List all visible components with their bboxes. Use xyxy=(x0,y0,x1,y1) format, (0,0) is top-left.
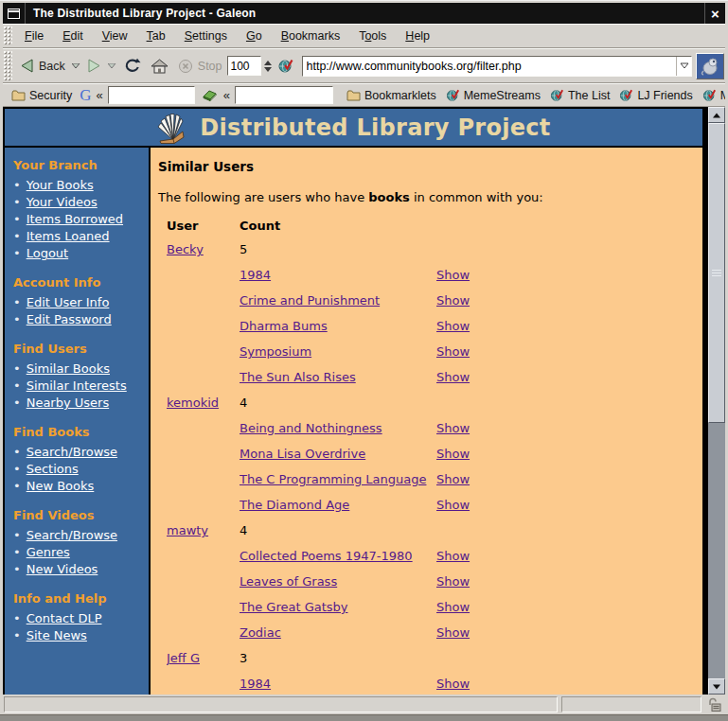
sidebar-nav: Your Branch•Your Books•Your Videos•Items… xyxy=(5,148,149,695)
close-icon[interactable]: × xyxy=(704,3,725,24)
bullet-icon: • xyxy=(13,561,21,578)
back-history-dropdown-icon[interactable] xyxy=(72,63,80,69)
show-link[interactable]: Show xyxy=(436,421,470,435)
scrollbar-track[interactable] xyxy=(708,123,725,678)
google-smart-bookmark-icon[interactable]: G xyxy=(77,86,94,105)
user-link-jeff-g[interactable]: Jeff G xyxy=(167,651,200,665)
sidebar-link-new-books[interactable]: New Books xyxy=(27,478,95,495)
menu-go[interactable]: Go xyxy=(237,26,272,46)
sidebar-link-genres[interactable]: Genres xyxy=(27,544,70,561)
sidebar-link-items-loaned[interactable]: Items Loaned xyxy=(27,228,110,245)
show-link[interactable]: Show xyxy=(436,498,470,512)
main-toolbar: Back xyxy=(3,48,725,83)
menu-tab[interactable]: Tab xyxy=(137,26,175,46)
book-link-collected-poems-1947-1980[interactable]: Collected Poems 1947-1980 xyxy=(240,549,413,563)
page-favicon-icon[interactable] xyxy=(278,59,293,74)
sidebar-link-site-news[interactable]: Site News xyxy=(27,627,87,644)
sidebar-link-similar-interests[interactable]: Similar Interests xyxy=(27,378,127,395)
menu-settings[interactable]: Settings xyxy=(175,26,237,46)
zoom-spinner[interactable] xyxy=(263,60,274,73)
show-link[interactable]: Show xyxy=(436,625,470,640)
toolbar-grip-handle[interactable] xyxy=(4,51,12,80)
book-link-leaves-of-grass[interactable]: Leaves of Grass xyxy=(240,574,337,589)
show-link[interactable]: Show xyxy=(436,677,470,691)
book-link-crime-and-punishment[interactable]: Crime and Punishment xyxy=(240,293,380,308)
back-button[interactable]: Back xyxy=(15,56,70,76)
reload-button[interactable] xyxy=(118,55,146,77)
book-link-the-diamond-age[interactable]: The Diamond Age xyxy=(240,498,349,512)
menubar-grip-handle[interactable] xyxy=(4,26,12,45)
menu-file[interactable]: File xyxy=(15,26,53,46)
sidebar-section-find-videos: Find Videos•Search/Browse•Genres•New Vid… xyxy=(13,508,145,578)
bookmark-mysq[interactable]: MySQ xyxy=(698,89,725,102)
sidebar-link-edit-user-info[interactable]: Edit User Info xyxy=(27,294,110,311)
forward-button[interactable] xyxy=(82,56,106,76)
google-search-input[interactable] xyxy=(108,86,195,104)
sidebar-link-contact-dlp[interactable]: Contact DLP xyxy=(27,610,102,627)
show-link[interactable]: Show xyxy=(436,344,470,359)
menu-help[interactable]: Help xyxy=(396,26,439,46)
show-link[interactable]: Show xyxy=(436,549,470,563)
sidebar-link-items-borrowed[interactable]: Items Borrowed xyxy=(27,211,123,228)
window-title: The Distributed Library Project - Galeon xyxy=(26,7,704,20)
home-button[interactable] xyxy=(146,56,173,77)
sidebar-link-logout[interactable]: Logout xyxy=(27,245,69,262)
show-link[interactable]: Show xyxy=(436,574,470,589)
sidebar-link-search-browse[interactable]: Search/Browse xyxy=(27,527,117,544)
show-link[interactable]: Show xyxy=(436,268,470,282)
book-link-dharma-bums[interactable]: Dharma Bums xyxy=(240,319,328,333)
menu-bookmarks[interactable]: Bookmarks xyxy=(272,26,350,46)
vertical-scrollbar[interactable] xyxy=(708,107,725,695)
book-link-being-and-nothingness[interactable]: Being and Nothingness xyxy=(240,421,382,435)
book-link-the-c-programming-language[interactable]: The C Programming Language xyxy=(240,472,426,486)
stop-button[interactable]: Stop xyxy=(173,56,227,77)
sidebar-link-edit-password[interactable]: Edit Password xyxy=(27,311,112,328)
sidebar-link-your-books[interactable]: Your Books xyxy=(27,177,94,194)
user-link-becky[interactable]: Becky xyxy=(167,242,204,256)
menu-edit[interactable]: Edit xyxy=(53,26,93,46)
bookmark-the-list[interactable]: The List xyxy=(545,89,614,102)
show-link[interactable]: Show xyxy=(436,600,470,614)
dictionary-search-input[interactable] xyxy=(235,86,333,104)
forward-history-dropdown-icon[interactable] xyxy=(108,63,116,69)
bookmark-memestreams[interactable]: MemeStreams xyxy=(441,89,545,102)
scroll-down-icon[interactable] xyxy=(708,678,725,695)
book-link-1984[interactable]: 1984 xyxy=(240,677,271,691)
menu-view[interactable]: View xyxy=(93,26,137,46)
book-link-the-sun-also-rises[interactable]: The Sun Also Rises xyxy=(240,370,356,384)
show-link[interactable]: Show xyxy=(436,472,470,486)
book-link-1984[interactable]: 1984 xyxy=(240,268,271,282)
url-input[interactable] xyxy=(303,58,676,75)
show-link[interactable]: Show xyxy=(436,293,470,308)
sidebar-link-similar-books[interactable]: Similar Books xyxy=(27,360,110,378)
book-link-zodiac[interactable]: Zodiac xyxy=(240,625,281,640)
show-link[interactable]: Show xyxy=(436,447,470,461)
user-link-kemokid[interactable]: kemokid xyxy=(167,396,219,410)
scroll-up-icon[interactable] xyxy=(708,107,725,123)
book-link-mona-lisa-overdrive[interactable]: Mona Lisa Overdrive xyxy=(240,447,365,461)
user-link-mawty[interactable]: mawty xyxy=(167,523,208,537)
show-link[interactable]: Show xyxy=(436,319,470,333)
sidebar-link-new-videos[interactable]: New Videos xyxy=(27,561,98,578)
show-link[interactable]: Show xyxy=(436,370,470,384)
scrollbar-thumb[interactable] xyxy=(708,123,725,423)
book-link-symposium[interactable]: Symposium xyxy=(240,344,311,359)
book-cell: The Sun Also Rises xyxy=(240,364,436,390)
throbber-galeon-logo[interactable] xyxy=(696,53,724,79)
sidebar-heading-info-and-help: Info and Help xyxy=(13,591,145,606)
zoom-level-input[interactable] xyxy=(227,56,261,76)
book-link-the-great-gatsby[interactable]: The Great Gatsby xyxy=(240,600,348,614)
dictionary-book-icon[interactable] xyxy=(198,89,222,101)
sidebar-link-your-videos[interactable]: Your Videos xyxy=(27,194,98,211)
bookmark-lj-friends[interactable]: LJ Friends xyxy=(614,89,697,102)
url-dropdown-icon[interactable] xyxy=(676,57,691,76)
menu-tools[interactable]: Tools xyxy=(349,26,396,46)
window-menu-button[interactable] xyxy=(3,3,26,24)
sidebar-link-sections[interactable]: Sections xyxy=(27,461,79,478)
status-message-area xyxy=(4,696,558,712)
sidebar-link-nearby-users[interactable]: Nearby Users xyxy=(27,395,110,412)
bookmark-bookmarklets[interactable]: Bookmarklets xyxy=(342,89,441,102)
empty-cell xyxy=(167,543,240,569)
bookmark-folder-security[interactable]: Security xyxy=(7,89,77,102)
sidebar-link-search-browse[interactable]: Search/Browse xyxy=(27,444,117,461)
